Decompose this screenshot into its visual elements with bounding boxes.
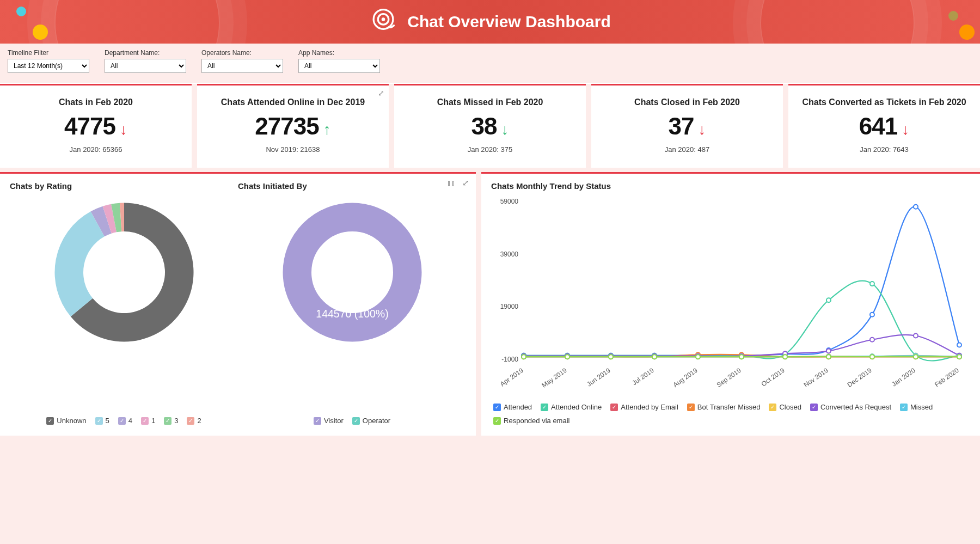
svg-point-40 bbox=[870, 282, 874, 286]
svg-point-99 bbox=[565, 354, 569, 359]
legend-swatch-icon bbox=[95, 417, 103, 425]
legend-item[interactable]: Responded via email bbox=[493, 417, 569, 425]
decor-dot bbox=[959, 25, 975, 40]
apps-select[interactable]: All bbox=[298, 59, 380, 73]
trend-arrow-icon: ↓ bbox=[698, 121, 706, 138]
kpi-title: Chats Attended Online in Dec 2019 bbox=[204, 97, 382, 107]
legend-item[interactable]: Operator bbox=[352, 417, 390, 425]
legend-item[interactable]: Missed bbox=[900, 403, 933, 411]
legend-label: Visitor bbox=[324, 417, 344, 425]
svg-text:Feb 2020: Feb 2020 bbox=[933, 366, 960, 389]
legend-label: Converted As Request bbox=[820, 403, 891, 411]
legend-item[interactable]: 5 bbox=[95, 417, 109, 425]
svg-point-84 bbox=[870, 338, 874, 342]
filter-department: Department Name: All bbox=[105, 49, 186, 73]
legend-label: 5 bbox=[106, 417, 109, 425]
svg-point-2 bbox=[382, 17, 385, 21]
legend-item[interactable]: Closed bbox=[769, 403, 801, 411]
kpi-title: Chats Missed in Feb 2020 bbox=[401, 97, 579, 107]
chat-target-icon bbox=[369, 6, 397, 38]
legend-label: Unknown bbox=[57, 417, 86, 425]
svg-point-105 bbox=[826, 354, 831, 359]
legend-item[interactable]: Attended bbox=[493, 403, 532, 411]
filter-operators: Operators Name: All bbox=[201, 49, 283, 73]
legend-item[interactable]: 1 bbox=[141, 417, 155, 425]
legend-item[interactable]: Converted As Request bbox=[810, 403, 891, 411]
svg-text:Jul 2019: Jul 2019 bbox=[631, 366, 656, 387]
legend-swatch-icon bbox=[769, 404, 776, 411]
kpi-compare: Jan 2020: 375 bbox=[401, 145, 579, 154]
trend-arrow-icon: ↓ bbox=[501, 121, 509, 138]
expand-icon[interactable]: ⤢ bbox=[462, 178, 469, 188]
department-select[interactable]: All bbox=[105, 59, 186, 73]
kpi-title: Chats Closed in Feb 2020 bbox=[598, 97, 776, 107]
kpi-card[interactable]: Chats Missed in Feb 202038↓Jan 2020: 375 bbox=[394, 84, 586, 168]
svg-text:Nov 2019: Nov 2019 bbox=[803, 366, 830, 389]
filter-timeline: Timeline Filter Last 12 Month(s) bbox=[8, 49, 89, 73]
kpi-card[interactable]: ⤢Chats Attended Online in Dec 201927735↑… bbox=[197, 84, 389, 168]
trend-arrow-icon: ↓ bbox=[902, 121, 909, 138]
legend-label: Bot Transfer Missed bbox=[697, 403, 761, 411]
legend-swatch-icon bbox=[141, 417, 149, 425]
svg-text:Jun 2019: Jun 2019 bbox=[585, 366, 612, 388]
legend-trend: AttendedAttended OnlineAttended by Email… bbox=[491, 400, 970, 426]
kpi-value: 37 bbox=[669, 113, 694, 140]
legend-label: 1 bbox=[151, 417, 155, 425]
svg-point-104 bbox=[783, 354, 787, 359]
legend-item[interactable]: 2 bbox=[187, 417, 201, 425]
svg-text:144570 (100%): 144570 (100%) bbox=[316, 308, 388, 320]
legend-swatch-icon bbox=[810, 404, 818, 411]
legend-item[interactable]: 3 bbox=[164, 417, 178, 425]
charts-row: ⫿⫿ ⤢ Chats by Rating Chats Initiated By … bbox=[0, 172, 980, 436]
legend-swatch-icon bbox=[352, 417, 360, 425]
kpi-card[interactable]: Chats Converted as Tickets in Feb 202064… bbox=[788, 84, 980, 168]
panel-trend: Chats Monthly Trend by Status -100019000… bbox=[481, 172, 980, 436]
svg-point-101 bbox=[652, 354, 657, 359]
kpi-title: Chats Converted as Tickets in Feb 2020 bbox=[795, 97, 973, 107]
svg-text:Apr 2019: Apr 2019 bbox=[499, 366, 525, 388]
legend-item[interactable]: Attended Online bbox=[541, 403, 602, 411]
legend-swatch-icon bbox=[687, 404, 695, 411]
legend-swatch-icon bbox=[900, 404, 908, 411]
legend-item[interactable]: Attended by Email bbox=[610, 403, 678, 411]
legend-swatch-icon bbox=[118, 417, 126, 425]
decor-dot bbox=[33, 25, 48, 40]
svg-point-29 bbox=[870, 313, 874, 317]
timeline-select[interactable]: Last 12 Month(s) bbox=[8, 59, 89, 73]
legend-item[interactable]: Unknown bbox=[46, 417, 86, 425]
panel-donuts: ⫿⫿ ⤢ Chats by Rating Chats Initiated By … bbox=[0, 172, 476, 436]
legend-item[interactable]: Visitor bbox=[314, 417, 344, 425]
kpi-card[interactable]: Chats Closed in Feb 202037↓Jan 2020: 487 bbox=[591, 84, 783, 168]
legend-item[interactable]: Bot Transfer Missed bbox=[687, 403, 761, 411]
filter-label: Timeline Filter bbox=[8, 49, 89, 57]
trend-arrow-icon: ↓ bbox=[120, 121, 127, 138]
legend-label: 2 bbox=[197, 417, 201, 425]
svg-point-30 bbox=[914, 205, 918, 209]
panel-title-trend: Chats Monthly Trend by Status bbox=[491, 181, 970, 191]
kpi-value: 641 bbox=[859, 113, 897, 140]
decor-dot bbox=[948, 11, 958, 21]
legend-label: Closed bbox=[779, 403, 801, 411]
legend-label: Attended bbox=[504, 403, 532, 411]
panel-title-rating: Chats by Rating bbox=[10, 181, 238, 191]
kpi-title: Chats in Feb 2020 bbox=[7, 97, 185, 107]
legend-label: 4 bbox=[128, 417, 132, 425]
legend-item[interactable]: 4 bbox=[118, 417, 132, 425]
kpi-compare: Nov 2019: 21638 bbox=[204, 145, 382, 154]
legend-swatch-icon bbox=[314, 417, 321, 425]
panel-title-initiated: Chats Initiated By bbox=[238, 181, 466, 191]
svg-text:59000: 59000 bbox=[500, 198, 519, 205]
dashboard-header: Chat Overview Dashboard bbox=[0, 0, 980, 44]
legend-swatch-icon bbox=[493, 404, 501, 411]
expand-icon[interactable]: ⤢ bbox=[378, 89, 384, 97]
legend-swatch-icon bbox=[164, 417, 171, 425]
svg-point-85 bbox=[914, 333, 918, 338]
legend-label: Responded via email bbox=[504, 417, 569, 425]
kpi-card[interactable]: Chats in Feb 20204775↓Jan 2020: 65366 bbox=[0, 84, 192, 168]
svg-text:Dec 2019: Dec 2019 bbox=[846, 366, 873, 389]
svg-point-31 bbox=[957, 343, 961, 347]
filter-apps: App Names: All bbox=[298, 49, 380, 73]
operators-select[interactable]: All bbox=[201, 59, 283, 73]
chart-type-icon[interactable]: ⫿⫿ bbox=[447, 178, 456, 188]
svg-text:Sep 2019: Sep 2019 bbox=[715, 366, 743, 389]
